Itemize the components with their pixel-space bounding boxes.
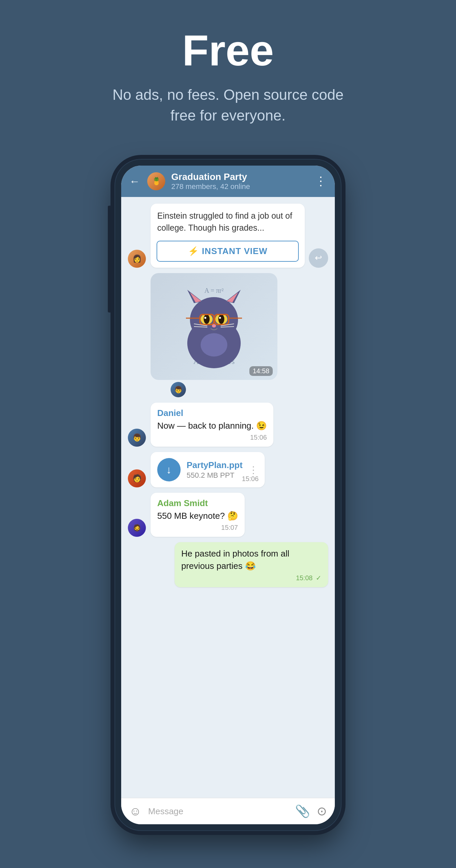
own-time: 15:08 ✓ <box>181 574 322 582</box>
svg-point-22 <box>201 333 227 356</box>
file-more-button[interactable]: ⋮ <box>249 464 258 475</box>
file-bubble: ↓ PartyPlan.ppt 550.2 MB PPT ⋮ 15:06 <box>151 452 265 488</box>
file-sender-avatar: 🧑 <box>128 469 146 488</box>
more-button[interactable]: ⋮ <box>315 174 327 188</box>
adam-message-row: 🧔 Adam Smidt 550 MB keynote? 🤔 15:07 <box>128 493 328 537</box>
chat-body: 👩 Einstein struggled to find a job out o… <box>121 197 335 798</box>
adam-time: 15:07 <box>157 524 238 531</box>
phone-frame: ← 🍍 Graduation Party 278 members, 42 onl… <box>115 159 341 831</box>
download-icon: ↓ <box>166 464 172 476</box>
hero-section: Free No ads, no fees. Open source code f… <box>0 0 456 146</box>
file-time: 15:06 <box>242 475 259 483</box>
sticker-row-meta: 👦 <box>171 382 277 397</box>
daniel-text: Now — back to planning. 😉 <box>157 420 267 432</box>
cat-sticker <box>171 280 257 373</box>
chat-header: ← 🍍 Graduation Party 278 members, 42 onl… <box>121 165 335 197</box>
attachment-button[interactable]: 📎 <box>295 804 310 818</box>
daniel-message-row: 👦 Daniel Now — back to planning. 😉 15:06 <box>128 403 328 447</box>
instant-view-button[interactable]: ⚡ INSTANT VIEW <box>157 241 299 262</box>
phone-screen: ← 🍍 Graduation Party 278 members, 42 onl… <box>121 165 335 824</box>
article-message-row: 👩 Einstein struggled to find a job out o… <box>128 204 328 268</box>
phone-container: ← 🍍 Graduation Party 278 members, 42 onl… <box>115 159 341 831</box>
hero-subtitle: No ads, no fees. Open source code free f… <box>111 85 345 126</box>
svg-point-9 <box>218 314 224 324</box>
forward-button[interactable]: ↩ <box>309 248 328 268</box>
sticker-area: A = πr² V = l³ P = 2πr A = πr³ s = √(r² … <box>151 273 277 397</box>
file-message-row: 🧑 ↓ PartyPlan.ppt 550.2 MB PPT ⋮ 15:06 <box>128 452 328 488</box>
adam-bubble: Adam Smidt 550 MB keynote? 🤔 15:07 <box>151 493 245 537</box>
camera-button[interactable]: ⊙ <box>317 804 327 818</box>
own-message-row: He pasted in photos from all previous pa… <box>128 542 328 587</box>
check-icon: ✓ <box>316 574 322 582</box>
adam-text: 550 MB keynote? 🤔 <box>157 510 238 522</box>
bolt-icon: ⚡ <box>188 246 199 256</box>
daniel-avatar: 👦 <box>128 429 146 447</box>
chat-meta: 278 members, 42 online <box>171 182 309 191</box>
svg-point-11 <box>219 317 221 319</box>
daniel-time: 15:06 <box>157 434 267 441</box>
download-button[interactable]: ↓ <box>157 458 181 482</box>
adam-avatar: 🧔 <box>128 519 146 537</box>
daniel-name: Daniel <box>157 408 267 418</box>
message-input-placeholder[interactable]: Message <box>148 806 288 816</box>
chat-input-bar: ☺ Message 📎 ⊙ <box>121 798 335 824</box>
math-background: A = πr² V = l³ P = 2πr A = πr³ s = √(r² … <box>151 273 277 380</box>
svg-point-8 <box>204 314 210 324</box>
chat-info: Graduation Party 278 members, 42 online <box>171 172 309 191</box>
own-bubble: He pasted in photos from all previous pa… <box>175 542 328 587</box>
group-avatar: 🍍 <box>147 172 165 190</box>
forward-icon: ↩ <box>315 253 322 263</box>
own-text: He pasted in photos from all previous pa… <box>181 548 322 572</box>
back-button[interactable]: ← <box>129 175 140 188</box>
chat-name: Graduation Party <box>171 172 309 182</box>
svg-point-17 <box>212 324 216 328</box>
article-text: Einstein struggled to find a job out of … <box>151 204 305 237</box>
daniel-bubble: Daniel Now — back to planning. 😉 15:06 <box>151 403 273 447</box>
hero-title: Free <box>182 27 274 74</box>
article-bubble: Einstein struggled to find a job out of … <box>151 204 305 268</box>
adam-name: Adam Smidt <box>157 498 238 508</box>
file-size: 550.2 MB PPT <box>187 471 243 480</box>
file-name: PartyPlan.ppt <box>187 460 243 470</box>
sticker-sender-avatar: 👦 <box>171 382 186 397</box>
emoji-button[interactable]: ☺ <box>129 804 142 818</box>
instant-view-label: INSTANT VIEW <box>202 246 267 256</box>
svg-point-10 <box>204 317 206 319</box>
file-info: PartyPlan.ppt 550.2 MB PPT <box>187 460 243 480</box>
sender-avatar-girl: 👩 <box>128 250 146 268</box>
